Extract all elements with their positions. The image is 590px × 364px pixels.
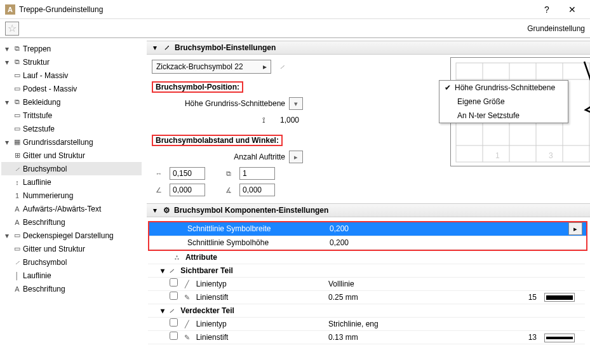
- sidebar-item-label: Lauflinie: [23, 271, 51, 280]
- table-row[interactable]: ✎ Linienstift 0.25 mm 15: [148, 291, 585, 304]
- sidebar-item-label: Lauf - Massiv: [23, 71, 68, 80]
- sidebar-item[interactable]: 1Nummerierung: [1, 189, 142, 202]
- close-button[interactable]: ✕: [560, 1, 585, 18]
- sidebar-item-label: Lauflinie: [23, 178, 51, 187]
- node-icon: ⧉: [11, 98, 23, 106]
- angle-b-icon: ∡: [222, 184, 236, 196]
- row-checkbox[interactable]: [170, 278, 178, 286]
- prop-value: Strichlinie, eng: [325, 318, 490, 331]
- twisty-icon: ▾: [3, 58, 11, 67]
- panel-icon: ⚙: [163, 206, 170, 215]
- pen-number: 15: [490, 291, 540, 304]
- title-bar: Treppe-Grundeinstellung ? ✕: [0, 0, 590, 19]
- count-input[interactable]: [239, 167, 275, 180]
- window-title: Treppe-Grundeinstellung: [19, 5, 534, 14]
- prop-label: Linientyp: [196, 280, 227, 288]
- node-icon: A: [11, 219, 23, 226]
- prop-label: Schnittlinie Symbolhöhe: [149, 236, 326, 249]
- sidebar-item-label: Beschriftung: [23, 218, 65, 227]
- table-row[interactable]: Schnittlinie Symbolbreite 0,200 ▸: [149, 222, 586, 236]
- count-popup-button[interactable]: ▸: [289, 151, 303, 163]
- sidebar-item-label: Beschriftung: [23, 285, 65, 293]
- properties-table: Schnittlinie Symbolbreite 0,200 ▸ Schnit…: [149, 222, 586, 250]
- sidebar-item[interactable]: ⟋Bruchsymbol: [1, 255, 142, 269]
- table-row[interactable]: ╱ Linientyp Strichlinie, eng: [148, 318, 585, 331]
- check-icon: ✔: [445, 83, 451, 92]
- angle-a-input[interactable]: [170, 184, 205, 196]
- angle-b-input[interactable]: [239, 184, 275, 196]
- twisty-icon: ▾: [3, 231, 11, 240]
- height-option-nter[interactable]: An N-ter Setzstufe: [439, 109, 568, 123]
- height-dropdown-button[interactable]: ▾: [289, 97, 303, 110]
- sidebar-item[interactable]: ▭Podest - Massiv: [1, 82, 142, 95]
- category-row[interactable]: ▾⟋ Sichtbarer Teil: [148, 264, 585, 278]
- twisty-icon: ▾: [3, 44, 11, 53]
- sidebar-item[interactable]: ▭Setzstufe: [1, 122, 142, 135]
- gap-input[interactable]: [170, 167, 205, 180]
- node-icon: ▭: [11, 71, 23, 79]
- sidebar-item[interactable]: ABeschriftung: [1, 215, 142, 229]
- table-row[interactable]: Schnittlinie Symbolhöhe 0,200: [149, 236, 586, 249]
- panel-bruchsymbol-header[interactable]: ▾ ⟋ Bruchsymbol-Einstellungen: [147, 41, 590, 55]
- prop-value: Volllinie: [325, 278, 490, 291]
- height-option-eigene[interactable]: Eigene Größe: [439, 95, 568, 109]
- node-icon: A: [11, 205, 23, 213]
- svg-text:1: 1: [495, 151, 500, 160]
- node-icon: ▭: [11, 245, 23, 253]
- symbol-select[interactable]: Zickzack-Bruchsymbol 22 ▸: [152, 60, 271, 74]
- node-icon: ⊞: [11, 151, 23, 159]
- node-icon: A: [11, 285, 23, 293]
- panel-komponenten-header[interactable]: ▾ ⚙ Bruchsymbol Komponenten-Einstellunge…: [147, 203, 590, 217]
- mode-label: Grundeinstellung: [527, 24, 585, 33]
- category-row[interactable]: ▾⟋ Verdeckter Teil: [148, 304, 585, 318]
- sidebar-item[interactable]: ▾⧉Treppen: [1, 42, 142, 55]
- table-row[interactable]: ✎ Linienstift 0.13 mm 13: [148, 331, 585, 344]
- node-icon: ▭: [11, 125, 23, 133]
- node-icon: ⟋: [11, 259, 23, 266]
- chevron-right-icon[interactable]: ▸: [568, 222, 582, 235]
- help-button[interactable]: ?: [534, 1, 560, 18]
- panel-icon: ⟋: [163, 43, 171, 52]
- node-icon: ▦: [11, 138, 23, 146]
- prop-value: 0.13 mm: [325, 331, 490, 344]
- row-checkbox[interactable]: [170, 318, 178, 327]
- sidebar-item[interactable]: ⟋Bruchsymbol: [1, 162, 142, 175]
- twisty-icon: ▾: [3, 138, 11, 147]
- table-row[interactable]: ╱ Linientyp Volllinie: [148, 278, 585, 291]
- distance-heading: Bruchsymbolabstand und Winkel:: [152, 135, 283, 146]
- sidebar-item[interactable]: ↕Lauflinie: [1, 175, 142, 189]
- node-icon: ⧉: [11, 44, 23, 53]
- pen-number: 13: [490, 331, 540, 344]
- gap-icon: ↔: [152, 167, 166, 180]
- sidebar-item[interactable]: ▾⧉Bekleidung: [1, 95, 142, 109]
- prop-label: Linientyp: [196, 320, 227, 328]
- prop-label: Schnittlinie Symbolbreite: [149, 222, 326, 236]
- node-icon: ⟋: [11, 165, 23, 173]
- symbol-style-a[interactable]: ⟋: [275, 60, 289, 73]
- sidebar-item[interactable]: ⊞Gitter und Struktur: [1, 149, 142, 162]
- sidebar-item[interactable]: ▭Gitter und Struktur: [1, 242, 142, 255]
- sidebar-item[interactable]: ▾▦Grundrissdarstellung: [1, 135, 142, 149]
- row-checkbox[interactable]: [170, 292, 178, 300]
- sidebar-item-label: Setzstufe: [23, 125, 55, 133]
- linetype-icon: ╱: [180, 318, 194, 330]
- sidebar-item[interactable]: ▾⧉Struktur: [1, 55, 142, 69]
- row-checkbox[interactable]: [170, 332, 178, 340]
- prop-value: 0,200: [326, 236, 565, 249]
- app-icon: [5, 4, 15, 15]
- favorite-toggle[interactable]: ☆: [5, 22, 19, 36]
- sidebar-item[interactable]: ▭Lauf - Massiv: [1, 69, 142, 82]
- category-row[interactable]: ⛬ Attribute: [148, 251, 585, 264]
- sidebar-item[interactable]: │Lauflinie: [1, 269, 142, 282]
- sidebar-item[interactable]: AAufwärts-/Abwärts-Text: [1, 202, 142, 215]
- node-icon: ▭: [11, 84, 23, 93]
- node-icon: ▭: [11, 111, 23, 119]
- sidebar-item[interactable]: ▭Trittstufe: [1, 109, 142, 122]
- category-icon: ⛬: [170, 251, 184, 264]
- sidebar-item-label: Aufwärts-/Abwärts-Text: [23, 205, 101, 213]
- sidebar-item[interactable]: ABeschriftung: [1, 282, 142, 295]
- sidebar-item[interactable]: ▾▭Deckenspiegel Darstellung: [1, 229, 142, 242]
- height-option-schnittebene[interactable]: ✔Höhe Grundriss-Schnittebene: [439, 81, 568, 95]
- count-icon: ⧉: [222, 167, 236, 180]
- node-icon: ▭: [11, 231, 23, 239]
